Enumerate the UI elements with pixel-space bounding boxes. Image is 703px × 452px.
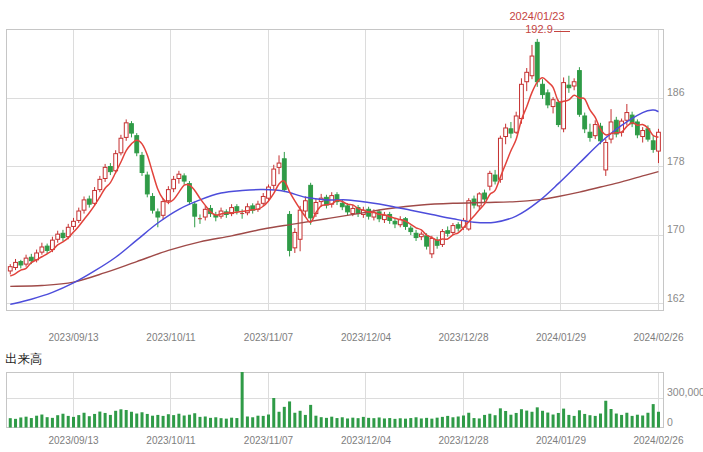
volume-bar: [378, 417, 381, 427]
volume-bar: [336, 418, 339, 427]
volume-x-axis-label: 2024/01/29: [536, 435, 586, 446]
volume-bar: [83, 413, 86, 428]
volume-bar: [25, 417, 28, 428]
price-axis-label: 178: [667, 155, 685, 167]
candle: [604, 139, 608, 176]
volume-bar: [35, 416, 38, 428]
volume-bar: [278, 412, 281, 428]
candle-body: [351, 208, 355, 213]
volume-bar: [583, 414, 586, 428]
candle: [14, 259, 18, 270]
candle: [182, 173, 186, 184]
candle: [593, 120, 597, 139]
volume-bar: [30, 418, 33, 427]
candle-body: [409, 228, 413, 231]
volume-bar: [109, 415, 112, 428]
volume-bar: [562, 409, 565, 428]
volume-bar: [446, 416, 449, 428]
candle: [177, 171, 181, 184]
candle-body: [288, 214, 292, 250]
volume-bar: [530, 412, 533, 428]
candle: [61, 230, 65, 241]
volume-bar: [541, 411, 544, 428]
candle: [409, 226, 413, 235]
price-axis-label: 162: [667, 292, 685, 304]
candle: [509, 122, 513, 138]
candle-body: [293, 232, 297, 247]
candle-body: [282, 159, 286, 190]
volume-bar: [525, 411, 528, 428]
candle: [377, 209, 381, 222]
volume-bar: [341, 417, 344, 427]
candle: [145, 172, 149, 198]
candle: [130, 121, 134, 137]
volume-bar: [230, 418, 233, 428]
candle-body: [572, 82, 576, 86]
candle: [635, 119, 639, 138]
volume-bar: [483, 415, 486, 428]
candle-body: [541, 84, 545, 94]
candle-body: [583, 116, 587, 129]
candle-body: [488, 173, 492, 186]
candle-body: [657, 132, 661, 151]
candle-body: [8, 267, 12, 271]
candle-body: [383, 215, 387, 219]
candle-body: [430, 238, 434, 253]
price-x-axis-label: 2024/02/26: [633, 332, 683, 343]
price-x-axis-label: 2023/11/07: [244, 332, 294, 343]
volume-bar: [214, 417, 217, 427]
volume-bar: [104, 413, 107, 428]
candle-body: [114, 154, 118, 171]
volume-bar: [636, 415, 639, 428]
volume-bar: [467, 413, 470, 428]
candle-body: [303, 201, 307, 211]
volume-bar: [293, 413, 296, 428]
volume-bar: [256, 416, 259, 428]
volume-bar: [557, 413, 560, 428]
candle-body: [19, 262, 23, 265]
volume-bar: [198, 417, 201, 428]
volume-bar: [351, 418, 354, 428]
candle: [293, 228, 297, 253]
candle-body: [641, 131, 645, 137]
volume-bar: [578, 410, 581, 427]
volume-bar: [93, 414, 96, 428]
candle: [309, 183, 313, 225]
candle-body: [29, 257, 33, 260]
candle: [456, 222, 460, 231]
price-x-axis-label: 2023/09/13: [48, 332, 98, 343]
volume-bar: [536, 407, 539, 427]
volume-bar: [9, 418, 12, 427]
volume-bar: [615, 414, 618, 428]
candle-body: [309, 185, 313, 218]
volume-bar: [193, 413, 196, 427]
volume-bar: [457, 416, 460, 427]
candle: [404, 217, 408, 230]
candle: [651, 136, 655, 153]
candle: [488, 171, 492, 191]
volume-bar: [177, 414, 180, 428]
candle-body: [140, 155, 144, 172]
candle: [657, 129, 661, 163]
price-panel: [8, 39, 660, 304]
candle: [72, 218, 76, 230]
candle: [140, 152, 144, 176]
price-x-axis-label: 2023/12/04: [341, 332, 391, 343]
candle: [8, 264, 12, 274]
candle-body: [108, 167, 112, 172]
stock-chart-page: 186178170162300,00002023/09/132023/09/13…: [0, 0, 703, 452]
volume-bar: [156, 415, 159, 428]
volume-bar: [204, 416, 207, 427]
candle-body: [277, 163, 281, 167]
volume-bar: [473, 418, 476, 427]
volume-bar: [46, 417, 49, 427]
volume-bar: [462, 416, 465, 428]
candle: [298, 206, 302, 251]
candle-body: [483, 193, 487, 199]
candle-body: [261, 196, 265, 203]
candle-body: [614, 120, 618, 134]
candle: [135, 133, 139, 156]
candle-body: [151, 196, 155, 210]
candle-body: [77, 211, 81, 220]
candle-body: [203, 209, 207, 217]
